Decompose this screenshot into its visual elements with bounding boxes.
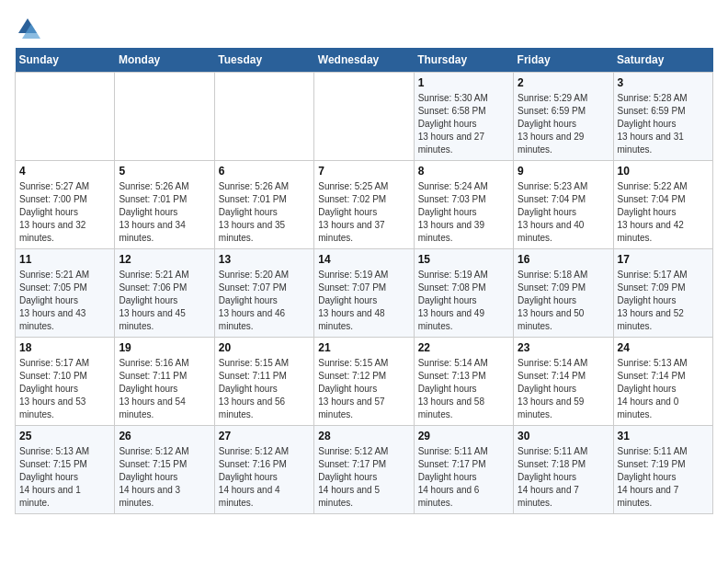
- day-number: 24: [618, 341, 709, 354]
- day-cell: 28 Sunrise: 5:12 AM Sunset: 7:17 PM Dayl…: [314, 426, 414, 514]
- day-cell: 4 Sunrise: 5:27 AM Sunset: 7:00 PM Dayli…: [16, 161, 115, 249]
- day-info: Sunrise: 5:21 AM Sunset: 7:05 PM Dayligh…: [19, 269, 110, 333]
- day-number: 16: [518, 253, 609, 266]
- day-number: 20: [219, 341, 310, 354]
- day-info: Sunrise: 5:16 AM Sunset: 7:11 PM Dayligh…: [119, 357, 210, 421]
- day-cell: 16 Sunrise: 5:18 AM Sunset: 7:09 PM Dayl…: [514, 249, 613, 338]
- day-number: 26: [119, 430, 210, 442]
- calendar-table: SundayMondayTuesdayWednesdayThursdayFrid…: [15, 48, 713, 514]
- day-number: 6: [219, 165, 310, 178]
- day-cell: 12 Sunrise: 5:21 AM Sunset: 7:06 PM Dayl…: [115, 249, 214, 338]
- week-row-2: 4 Sunrise: 5:27 AM Sunset: 7:00 PM Dayli…: [16, 161, 713, 249]
- day-number: 31: [618, 430, 709, 442]
- day-cell: 22 Sunrise: 5:14 AM Sunset: 7:13 PM Dayl…: [414, 338, 513, 426]
- day-cell: 9 Sunrise: 5:23 AM Sunset: 7:04 PM Dayli…: [514, 161, 613, 249]
- day-cell: 11 Sunrise: 5:21 AM Sunset: 7:05 PM Dayl…: [16, 249, 115, 338]
- day-info: Sunrise: 5:24 AM Sunset: 7:03 PM Dayligh…: [418, 180, 509, 245]
- day-info: Sunrise: 5:19 AM Sunset: 7:08 PM Dayligh…: [418, 269, 509, 333]
- day-info: Sunrise: 5:17 AM Sunset: 7:10 PM Dayligh…: [19, 357, 110, 421]
- day-info: Sunrise: 5:18 AM Sunset: 7:09 PM Dayligh…: [518, 269, 609, 333]
- weekday-header-wednesday: Wednesday: [314, 48, 414, 73]
- day-cell: 15 Sunrise: 5:19 AM Sunset: 7:08 PM Dayl…: [414, 249, 513, 338]
- day-cell: [214, 73, 313, 161]
- weekday-row: SundayMondayTuesdayWednesdayThursdayFrid…: [16, 48, 713, 73]
- day-info: Sunrise: 5:19 AM Sunset: 7:07 PM Dayligh…: [318, 269, 409, 333]
- day-cell: 25 Sunrise: 5:13 AM Sunset: 7:15 PM Dayl…: [16, 426, 115, 514]
- day-cell: 5 Sunrise: 5:26 AM Sunset: 7:01 PM Dayli…: [115, 161, 214, 249]
- day-cell: 29 Sunrise: 5:11 AM Sunset: 7:17 PM Dayl…: [414, 426, 513, 514]
- weekday-header-saturday: Saturday: [613, 48, 712, 73]
- day-info: Sunrise: 5:12 AM Sunset: 7:15 PM Dayligh…: [119, 445, 210, 510]
- day-number: 12: [119, 253, 210, 266]
- day-info: Sunrise: 5:11 AM Sunset: 7:18 PM Dayligh…: [518, 445, 609, 510]
- day-cell: 10 Sunrise: 5:22 AM Sunset: 7:04 PM Dayl…: [613, 161, 712, 249]
- day-cell: 30 Sunrise: 5:11 AM Sunset: 7:18 PM Dayl…: [514, 426, 613, 514]
- day-info: Sunrise: 5:27 AM Sunset: 7:00 PM Dayligh…: [19, 180, 110, 245]
- week-row-5: 25 Sunrise: 5:13 AM Sunset: 7:15 PM Dayl…: [16, 426, 713, 514]
- day-number: 3: [618, 76, 709, 89]
- day-info: Sunrise: 5:29 AM Sunset: 6:59 PM Dayligh…: [518, 92, 609, 156]
- weekday-header-monday: Monday: [115, 48, 214, 73]
- day-cell: 31 Sunrise: 5:11 AM Sunset: 7:19 PM Dayl…: [613, 426, 712, 514]
- day-number: 8: [418, 165, 509, 178]
- day-info: Sunrise: 5:26 AM Sunset: 7:01 PM Dayligh…: [119, 180, 210, 245]
- day-number: 15: [418, 253, 509, 266]
- day-info: Sunrise: 5:15 AM Sunset: 7:11 PM Dayligh…: [219, 357, 310, 421]
- day-cell: 1 Sunrise: 5:30 AM Sunset: 6:58 PM Dayli…: [414, 73, 513, 161]
- day-cell: [115, 73, 214, 161]
- day-cell: 27 Sunrise: 5:12 AM Sunset: 7:16 PM Dayl…: [214, 426, 313, 514]
- day-number: 5: [119, 165, 210, 178]
- day-number: 21: [318, 341, 409, 354]
- day-number: 7: [318, 165, 409, 178]
- day-number: 1: [418, 76, 509, 89]
- day-number: 27: [219, 430, 310, 442]
- calendar-header: SundayMondayTuesdayWednesdayThursdayFrid…: [16, 48, 713, 73]
- day-cell: 13 Sunrise: 5:20 AM Sunset: 7:07 PM Dayl…: [214, 249, 313, 338]
- day-number: 4: [19, 165, 110, 178]
- day-cell: 23 Sunrise: 5:14 AM Sunset: 7:14 PM Dayl…: [514, 338, 613, 426]
- week-row-4: 18 Sunrise: 5:17 AM Sunset: 7:10 PM Dayl…: [16, 338, 713, 426]
- day-info: Sunrise: 5:14 AM Sunset: 7:14 PM Dayligh…: [518, 357, 609, 421]
- day-cell: [314, 73, 414, 161]
- day-info: Sunrise: 5:15 AM Sunset: 7:12 PM Dayligh…: [318, 357, 409, 421]
- day-info: Sunrise: 5:26 AM Sunset: 7:01 PM Dayligh…: [219, 180, 310, 245]
- day-info: Sunrise: 5:11 AM Sunset: 7:17 PM Dayligh…: [418, 445, 509, 510]
- day-info: Sunrise: 5:12 AM Sunset: 7:17 PM Dayligh…: [318, 445, 409, 510]
- day-cell: 17 Sunrise: 5:17 AM Sunset: 7:09 PM Dayl…: [613, 249, 712, 338]
- day-info: Sunrise: 5:22 AM Sunset: 7:04 PM Dayligh…: [618, 180, 709, 245]
- day-number: 22: [418, 341, 509, 354]
- day-cell: 6 Sunrise: 5:26 AM Sunset: 7:01 PM Dayli…: [214, 161, 313, 249]
- day-info: Sunrise: 5:11 AM Sunset: 7:19 PM Dayligh…: [618, 445, 709, 510]
- day-cell: 14 Sunrise: 5:19 AM Sunset: 7:07 PM Dayl…: [314, 249, 414, 338]
- day-info: Sunrise: 5:25 AM Sunset: 7:02 PM Dayligh…: [318, 180, 409, 245]
- day-number: 14: [318, 253, 409, 266]
- day-info: Sunrise: 5:28 AM Sunset: 6:59 PM Dayligh…: [618, 92, 709, 156]
- logo: [15, 15, 42, 40]
- day-info: Sunrise: 5:23 AM Sunset: 7:04 PM Dayligh…: [518, 180, 609, 245]
- day-cell: 20 Sunrise: 5:15 AM Sunset: 7:11 PM Dayl…: [214, 338, 313, 426]
- day-number: 28: [318, 430, 409, 442]
- day-number: 11: [19, 253, 110, 266]
- weekday-header-thursday: Thursday: [414, 48, 513, 73]
- day-cell: 19 Sunrise: 5:16 AM Sunset: 7:11 PM Dayl…: [115, 338, 214, 426]
- day-number: 13: [219, 253, 310, 266]
- day-info: Sunrise: 5:21 AM Sunset: 7:06 PM Dayligh…: [119, 269, 210, 333]
- weekday-header-friday: Friday: [514, 48, 613, 73]
- day-info: Sunrise: 5:12 AM Sunset: 7:16 PM Dayligh…: [219, 445, 310, 510]
- day-number: 9: [518, 165, 609, 178]
- day-cell: [16, 73, 115, 161]
- week-row-3: 11 Sunrise: 5:21 AM Sunset: 7:05 PM Dayl…: [16, 249, 713, 338]
- logo-icon: [15, 15, 40, 40]
- weekday-header-tuesday: Tuesday: [214, 48, 313, 73]
- day-cell: 26 Sunrise: 5:12 AM Sunset: 7:15 PM Dayl…: [115, 426, 214, 514]
- day-info: Sunrise: 5:20 AM Sunset: 7:07 PM Dayligh…: [219, 269, 310, 333]
- day-number: 17: [618, 253, 709, 266]
- day-cell: 3 Sunrise: 5:28 AM Sunset: 6:59 PM Dayli…: [613, 73, 712, 161]
- calendar-body: 1 Sunrise: 5:30 AM Sunset: 6:58 PM Dayli…: [16, 73, 713, 514]
- day-number: 23: [518, 341, 609, 354]
- day-number: 2: [518, 76, 609, 89]
- day-info: Sunrise: 5:30 AM Sunset: 6:58 PM Dayligh…: [418, 92, 509, 156]
- day-number: 29: [418, 430, 509, 442]
- page-header: [15, 15, 713, 40]
- day-cell: 21 Sunrise: 5:15 AM Sunset: 7:12 PM Dayl…: [314, 338, 414, 426]
